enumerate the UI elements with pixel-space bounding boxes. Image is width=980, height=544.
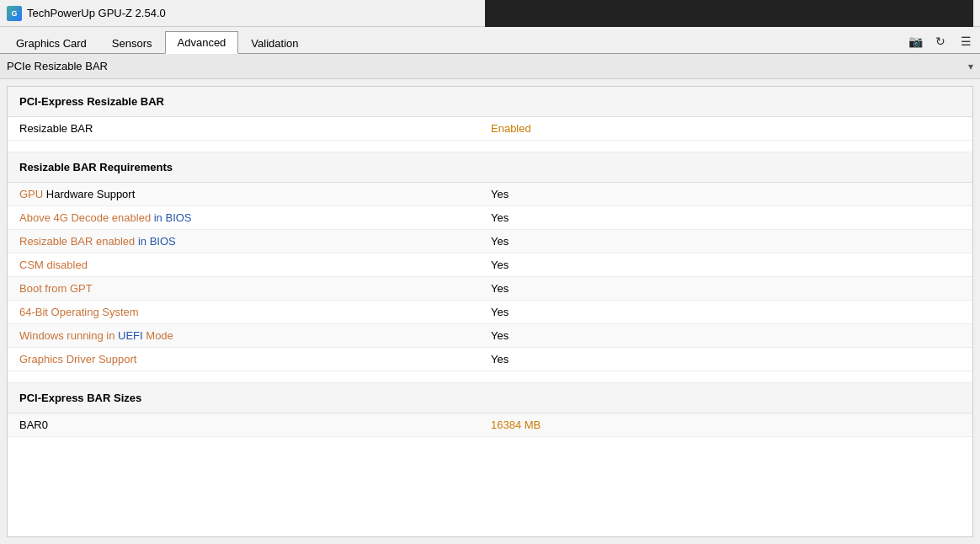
tab-sensors[interactable]: Sensors: [99, 32, 165, 54]
section-header-requirements: Resizable BAR Requirements: [8, 152, 972, 183]
row-uefi: Windows running in UEFI Mode Yes: [8, 324, 972, 348]
value-above-4g: Yes: [491, 211, 509, 224]
label-graphics-driver: Graphics Driver Support: [19, 353, 491, 365]
dropdown-bar[interactable]: PCIe Resizable BAR ▾: [0, 54, 980, 79]
title-bar-text: TechPowerUp GPU-Z 2.54.0: [27, 7, 166, 19]
label-64bit: 64-Bit Operating System: [19, 306, 491, 318]
row-gpu-hardware: GPU Hardware Support Yes: [8, 183, 972, 206]
label-resizable-bar: Resizable BAR: [19, 122, 491, 135]
section-header-bar-sizes: PCI-Express BAR Sizes: [8, 383, 972, 413]
value-uefi: Yes: [491, 329, 509, 342]
value-gpu-hardware: Yes: [491, 188, 509, 200]
label-bar0: BAR0: [19, 419, 491, 431]
main-content: PCI-Express Resizable BAR Resizable BAR …: [7, 86, 973, 537]
label-resizable-bar-bios: Resizable BAR enabled in BIOS: [19, 235, 491, 248]
label-gpu-hardware: GPU Hardware Support: [19, 188, 491, 200]
row-64bit: 64-Bit Operating System Yes: [8, 301, 972, 324]
tab-graphics-card[interactable]: Graphics Card: [3, 32, 99, 54]
section-header-resizable-bar: PCI-Express Resizable BAR: [8, 87, 972, 117]
value-64bit: Yes: [491, 306, 509, 318]
row-boot-gpt: Boot from GPT Yes: [8, 277, 972, 301]
value-resizable-bar: Enabled: [491, 122, 531, 135]
tab-advanced[interactable]: Advanced: [165, 31, 239, 54]
value-bar0: 16384 MB: [491, 419, 541, 431]
menu-button[interactable]: ☰: [955, 31, 977, 51]
label-uefi: Windows running in UEFI Mode: [19, 329, 491, 342]
row-bar0: BAR0 16384 MB: [8, 413, 972, 437]
title-bar-right-area: [485, 0, 973, 27]
section-dropdown[interactable]: PCIe Resizable BAR: [7, 60, 968, 72]
tab-bar: Graphics Card Sensors Advanced Validatio…: [0, 27, 980, 54]
spacer-1: [8, 141, 972, 152]
spacer-2: [8, 371, 972, 383]
label-boot-gpt: Boot from GPT: [19, 282, 491, 295]
row-resizable-bar: Resizable BAR Enabled: [8, 117, 972, 141]
refresh-button[interactable]: ↻: [929, 31, 951, 51]
toolbar-right: 📷 ↻ ☰: [904, 31, 977, 53]
value-graphics-driver: Yes: [491, 353, 509, 365]
row-graphics-driver: Graphics Driver Support Yes: [8, 348, 972, 371]
screenshot-button[interactable]: 📷: [904, 31, 926, 51]
row-csm-disabled: CSM disabled Yes: [8, 253, 972, 277]
title-bar: G TechPowerUp GPU-Z 2.54.0: [0, 0, 980, 27]
row-above-4g: Above 4G Decode enabled in BIOS Yes: [8, 206, 972, 230]
row-resizable-bar-bios: Resizable BAR enabled in BIOS Yes: [8, 230, 972, 253]
chevron-down-icon: ▾: [968, 61, 973, 72]
value-boot-gpt: Yes: [491, 282, 509, 295]
tab-validation[interactable]: Validation: [238, 32, 311, 54]
label-above-4g: Above 4G Decode enabled in BIOS: [19, 211, 491, 224]
value-csm-disabled: Yes: [491, 259, 509, 271]
value-resizable-bar-bios: Yes: [491, 235, 509, 248]
label-csm-disabled: CSM disabled: [19, 259, 491, 271]
app-icon: G: [7, 6, 22, 21]
